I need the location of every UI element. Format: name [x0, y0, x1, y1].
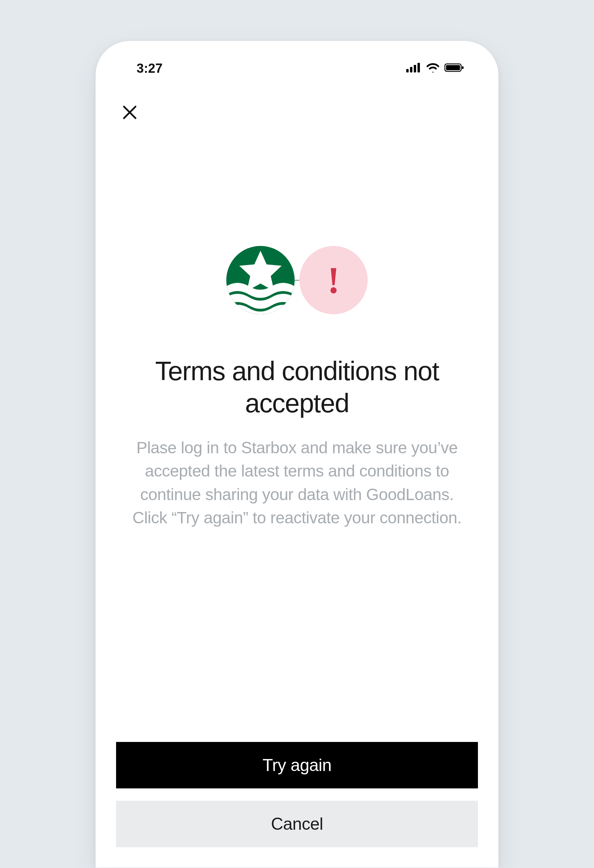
- close-icon: [122, 105, 137, 121]
- svg-rect-3: [417, 63, 420, 72]
- cellular-icon: [406, 63, 421, 74]
- svg-rect-6: [462, 66, 464, 69]
- battery-icon: [445, 63, 464, 74]
- close-button[interactable]: [119, 102, 140, 123]
- svg-rect-5: [446, 65, 460, 70]
- alert-badge: !: [299, 246, 368, 314]
- svg-rect-2: [414, 65, 416, 72]
- footer-actions: Try again Cancel: [116, 742, 478, 868]
- status-time: 3:27: [137, 61, 162, 76]
- status-indicators: [406, 63, 464, 74]
- status-bar: 3:27: [116, 58, 478, 78]
- body-text: Plase log in to Starbox and make sure yo…: [116, 436, 478, 530]
- wifi-icon: [426, 63, 440, 74]
- phone-frame: 3:27: [96, 41, 498, 868]
- nav-bar: [116, 78, 478, 130]
- page-title: Terms and conditions not accepted: [116, 355, 478, 419]
- icon-pair: !: [226, 246, 368, 314]
- main-content: ! Terms and conditions not accepted Plas…: [116, 130, 478, 742]
- exclamation-icon: !: [327, 261, 340, 299]
- svg-rect-1: [410, 67, 413, 72]
- cancel-button[interactable]: Cancel: [116, 801, 478, 847]
- connector-line: [295, 280, 299, 281]
- try-again-button[interactable]: Try again: [116, 742, 478, 788]
- svg-rect-0: [406, 69, 408, 72]
- brand-logo: [226, 246, 295, 314]
